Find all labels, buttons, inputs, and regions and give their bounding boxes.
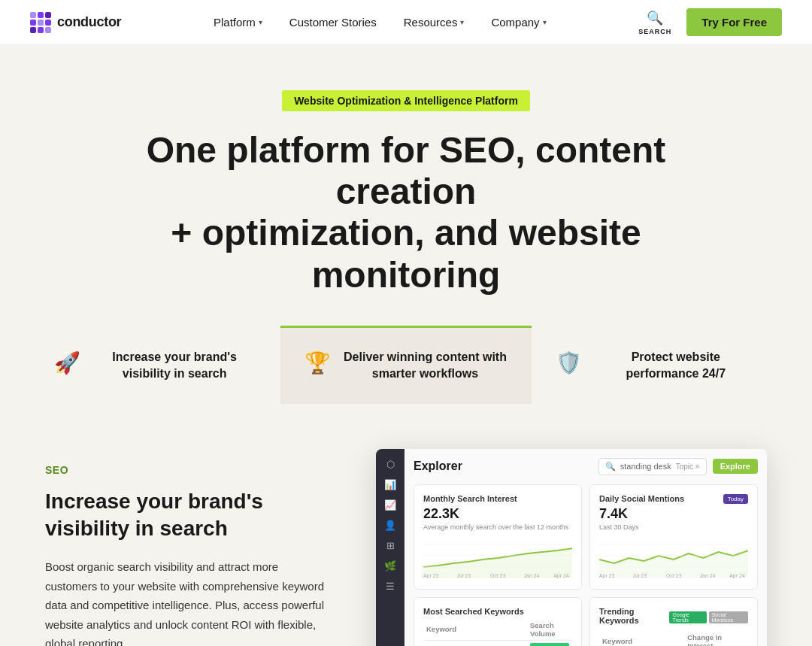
dashboard-search[interactable]: 🔍 standing desk Topic ×: [598, 458, 707, 475]
content-left: SEO Increase your brand's visibility in …: [45, 449, 331, 646]
google-trends-badge: Google Trends: [669, 611, 706, 623]
shield-icon: 🛡️: [556, 350, 582, 375]
explore-button[interactable]: Explore: [713, 459, 758, 474]
svg-text:Jan 24: Jan 24: [524, 572, 540, 578]
sidebar-grid-icon[interactable]: ⊞: [380, 536, 400, 556]
dashboard-title: Explorer: [414, 459, 462, 473]
svg-text:Apr 24: Apr 24: [729, 572, 745, 578]
svg-text:Apr 24: Apr 24: [553, 572, 569, 578]
social-mentions-badge: Social Mentions: [709, 611, 748, 623]
sidebar-graph-icon[interactable]: 📈: [380, 496, 400, 515]
keywords-table: Keyword Search Volume standing desk 135k: [423, 619, 572, 646]
section-description: Boost organic search visibility and attr…: [45, 557, 331, 646]
sidebar-chart-icon[interactable]: 📊: [380, 475, 400, 495]
chevron-down-icon: ▾: [460, 18, 464, 26]
svg-text:Apr 23: Apr 23: [599, 572, 615, 578]
main-content: SEO Increase your brand's visibility in …: [0, 404, 812, 646]
monthly-search-card: Monthly Search Interest 22.3K Average mo…: [414, 484, 582, 590]
feature-tab-monitor[interactable]: 🛡️ Protect website performance 24/7: [532, 326, 782, 404]
svg-text:Oct 23: Oct 23: [490, 572, 506, 578]
feature-tab-content[interactable]: 🏆 Deliver winning content with smarter w…: [280, 326, 531, 404]
section-title: Increase your brand's visibility in sear…: [45, 488, 331, 543]
hero-badge: Website Optimization & Intelligence Plat…: [282, 90, 530, 111]
search-button[interactable]: 🔍 SEARCH: [638, 10, 671, 35]
feature-tabs: 🚀 Increase your brand's visibility in se…: [30, 326, 782, 404]
sidebar-leaf-icon[interactable]: 🌿: [380, 557, 400, 576]
dashboard-main: Explorer 🔍 standing desk Topic × Explore: [404, 449, 767, 646]
svg-text:Jul 23: Jul 23: [633, 572, 647, 578]
hero-section: Website Optimization & Intelligence Plat…: [0, 45, 812, 404]
tag-badge: Topic ×: [676, 463, 700, 471]
dashboard-frame: ⬡ 📊 📈 👤 ⊞ 🌿 ☰ ⚙ 👤 Explorer: [376, 449, 767, 646]
nav-link-company[interactable]: Company ▾: [491, 16, 546, 29]
sidebar-user-icon[interactable]: 👤: [380, 516, 400, 535]
svg-text:Jan 24: Jan 24: [700, 572, 716, 578]
chevron-down-icon: ▾: [259, 18, 262, 26]
try-free-button[interactable]: Try For Free: [686, 8, 782, 36]
dashboard-sidebar: ⬡ 📊 📈 👤 ⊞ 🌿 ☰ ⚙ 👤: [376, 449, 404, 646]
nav-links: Platform ▾ Customer Stories Resources ▾ …: [214, 16, 547, 29]
trending-keywords-card: Trending Keywords Google Trends Social M…: [589, 597, 758, 646]
nav-actions: 🔍 SEARCH Try For Free: [638, 8, 782, 36]
dashboard-header: Explorer 🔍 standing desk Topic × Explore: [414, 458, 758, 475]
monthly-chart: Apr 23 Jul 23 Oct 23 Jan 24 Apr 24: [423, 537, 572, 578]
trending-table: Keyword Change in Interest standing desk…: [599, 631, 748, 646]
daily-social-card: Daily Social Mentions 7.4K Last 30 Days …: [589, 484, 758, 590]
search-icon: 🔍: [605, 462, 616, 472]
table-row: standing desk 135k: [423, 640, 572, 646]
most-searched-keywords-card: Most Searched Keywords Keyword Search Vo…: [414, 597, 582, 646]
nav-link-resources[interactable]: Resources ▾: [404, 16, 465, 29]
social-chart: Apr 23 Jul 23 Oct 23 Jan 24 Apr 24: [599, 537, 748, 578]
navbar: conductor Platform ▾ Customer Stories Re…: [0, 0, 812, 45]
feature-tab-seo[interactable]: 🚀 Increase your brand's visibility in se…: [30, 326, 280, 404]
sidebar-list-icon[interactable]: ☰: [380, 577, 400, 596]
chevron-down-icon: ▾: [543, 18, 547, 26]
trophy-icon: 🏆: [304, 350, 331, 375]
rocket-icon: 🚀: [54, 350, 80, 375]
sidebar-logo-icon: ⬡: [380, 455, 400, 475]
dashboard-grid: Monthly Search Interest 22.3K Average mo…: [414, 484, 758, 646]
today-badge: Today: [723, 494, 748, 504]
logo-name: conductor: [57, 14, 121, 30]
hero-title: One platform for SEO, content creation +…: [128, 129, 684, 296]
svg-text:Oct 23: Oct 23: [666, 572, 682, 578]
logo-grid: [30, 12, 51, 33]
section-label: SEO: [45, 464, 331, 476]
nav-link-platform[interactable]: Platform ▾: [214, 16, 262, 29]
svg-text:Apr 23: Apr 23: [423, 572, 439, 578]
logo-link[interactable]: conductor: [30, 12, 121, 33]
dashboard-preview: ⬡ 📊 📈 👤 ⊞ 🌿 ☰ ⚙ 👤 Explorer: [376, 449, 767, 646]
search-icon: 🔍: [647, 10, 663, 26]
nav-link-customer-stories[interactable]: Customer Stories: [289, 16, 377, 29]
svg-text:Jul 23: Jul 23: [457, 572, 471, 578]
